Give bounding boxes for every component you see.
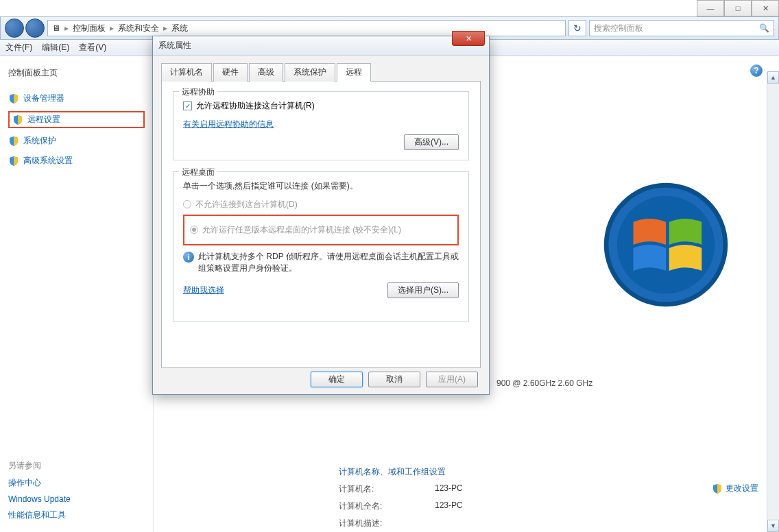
fieldset-legend: 远程桌面 xyxy=(179,167,217,178)
radio-label: 不允许连接到这台计算机(D) xyxy=(195,199,298,210)
tab-computer-name[interactable]: 计算机名 xyxy=(161,63,212,82)
nav-forward-button[interactable] xyxy=(25,19,45,38)
tab-content-remote: 远程协助 ✓ 允许远程协助连接这台计算机(R) 有关启用远程协助的信息 高级(V… xyxy=(161,82,481,368)
info-value: 123-PC xyxy=(435,500,463,512)
section-heading-computer-name: 计算机名称、域和工作组设置 xyxy=(339,466,758,478)
breadcrumb-item[interactable]: 系统和安全 xyxy=(118,23,159,34)
dialog-titlebar[interactable]: 系统属性 ✕ xyxy=(153,36,489,56)
fieldset-remote-assistance: 远程协助 ✓ 允许远程协助连接这台计算机(R) 有关启用远程协助的信息 高级(V… xyxy=(173,91,469,160)
sidebar-title: 控制面板主页 xyxy=(8,67,145,79)
ok-button[interactable]: 确定 xyxy=(311,372,363,387)
sidebar-item-remote-settings[interactable]: 远程设置 xyxy=(8,111,145,128)
link-remote-assist-info[interactable]: 有关启用远程协助的信息 xyxy=(183,119,274,129)
info-icon: i xyxy=(183,252,194,263)
change-settings-link[interactable]: 更改设置 xyxy=(712,483,758,494)
checkbox-allow-remote-assist[interactable]: ✓ xyxy=(183,101,192,110)
fieldset-remote-desktop: 远程桌面 单击一个选项,然后指定谁可以连接 (如果需要)。 不允许连接到这台计算… xyxy=(173,171,469,322)
info-value: 123-PC xyxy=(435,483,463,495)
search-icon: 🔍 xyxy=(759,23,769,33)
sidebar-item-label: 远程设置 xyxy=(27,114,60,125)
tab-system-protection[interactable]: 系统保护 xyxy=(285,63,335,82)
tab-remote[interactable]: 远程 xyxy=(337,63,371,82)
scroll-up-button[interactable]: ▲ xyxy=(767,71,779,84)
close-window-button[interactable]: ✕ xyxy=(752,0,779,16)
button-advanced[interactable]: 高级(V)... xyxy=(404,134,459,150)
sidebar-item-system-protection[interactable]: 系统保护 xyxy=(8,134,145,148)
tab-advanced[interactable]: 高级 xyxy=(249,63,283,82)
system-properties-dialog: 系统属性 ✕ 计算机名 硬件 高级 系统保护 远程 远程协助 ✓ 允许远程协助连… xyxy=(152,36,490,395)
radio-option-disallow[interactable]: 不允许连接到这台计算机(D) xyxy=(183,199,459,210)
button-select-users[interactable]: 选择用户(S)... xyxy=(387,282,459,298)
sidebar-item-label: 系统保护 xyxy=(23,135,56,147)
radio-icon xyxy=(183,200,191,208)
highlighted-option: 允许运行任意版本远程桌面的计算机连接 (较不安全)(L) xyxy=(183,215,459,245)
sidebar-link-action-center[interactable]: 操作中心 xyxy=(8,477,145,489)
info-label: 计算机名: xyxy=(339,483,435,495)
sidebar-link-performance[interactable]: 性能信息和工具 xyxy=(8,509,145,521)
dialog-title: 系统属性 xyxy=(158,40,191,51)
sidebar-link-windows-update[interactable]: Windows Update xyxy=(8,494,145,504)
address-bar[interactable]: 🖥 ▸ 控制面板 ▸ 系统和安全 ▸ 系统 xyxy=(47,20,566,36)
minimize-button[interactable]: — xyxy=(697,0,724,16)
fieldset-legend: 远程协助 xyxy=(179,86,217,98)
info-text: 此计算机支持多个 RDP 侦听程序。请使用远程桌面会话主机配置工具或组策略设置用… xyxy=(198,251,459,274)
breadcrumb-item[interactable]: 系统 xyxy=(171,23,188,34)
shield-icon xyxy=(12,114,23,125)
radio-label: 允许运行任意版本远程桌面的计算机连接 (较不安全)(L) xyxy=(202,224,401,236)
sidebar-item-label: 设备管理器 xyxy=(23,93,64,104)
menu-file[interactable]: 文件(F) xyxy=(5,42,32,53)
instruction-text: 单击一个选项,然后指定谁可以连接 (如果需要)。 xyxy=(183,180,459,192)
search-placeholder: 搜索控制面板 xyxy=(594,23,643,34)
nav-back-button[interactable] xyxy=(5,19,24,38)
search-input[interactable]: 搜索控制面板 🔍 xyxy=(589,20,774,36)
vertical-scrollbar[interactable]: ▲ ▼ xyxy=(767,71,779,532)
info-row-computer-name: 计算机名: 123-PC xyxy=(339,483,758,495)
breadcrumb-item[interactable]: 控制面板 xyxy=(73,23,106,34)
sidebar-item-label: 高级系统设置 xyxy=(23,155,73,167)
apply-button[interactable]: 应用(A) xyxy=(426,372,478,387)
sidebar-see-also-heading: 另请参阅 xyxy=(8,460,145,472)
shield-icon xyxy=(8,93,19,104)
link-help-choose[interactable]: 帮助我选择 xyxy=(183,285,224,296)
checkbox-label: 允许远程协助连接这台计算机(R) xyxy=(196,100,315,112)
help-icon[interactable]: ? xyxy=(750,64,763,77)
cpu-info: 900 @ 2.60GHz 2.60 GHz xyxy=(496,378,592,388)
info-row-description: 计算机描述: xyxy=(339,518,758,529)
scroll-down-button[interactable]: ▼ xyxy=(767,520,779,532)
refresh-button[interactable]: ↻ xyxy=(568,20,586,36)
change-settings-label: 更改设置 xyxy=(726,483,758,494)
windows-logo xyxy=(601,180,731,310)
sidebar: 控制面板主页 设备管理器 远程设置 系统保护 高级系统设置 xyxy=(0,56,154,532)
maximize-button[interactable]: □ xyxy=(724,0,752,16)
sidebar-item-device-manager[interactable]: 设备管理器 xyxy=(8,91,145,106)
radio-icon xyxy=(190,226,198,234)
info-label: 计算机全名: xyxy=(339,500,435,512)
shield-icon xyxy=(8,156,19,167)
radio-option-allow-any[interactable]: 允许运行任意版本远程桌面的计算机连接 (较不安全)(L) xyxy=(190,224,452,236)
dialog-close-button[interactable]: ✕ xyxy=(452,31,485,46)
menu-edit[interactable]: 编辑(E) xyxy=(42,42,69,53)
cancel-button[interactable]: 取消 xyxy=(368,372,420,387)
tab-hardware[interactable]: 硬件 xyxy=(213,63,248,82)
sidebar-item-advanced-settings[interactable]: 高级系统设置 xyxy=(8,154,145,168)
info-row-full-name: 计算机全名: 123-PC xyxy=(339,500,758,512)
breadcrumb-icon: 🖥 xyxy=(52,23,60,33)
info-label: 计算机描述: xyxy=(339,518,435,529)
menu-view[interactable]: 查看(V) xyxy=(79,42,106,53)
dialog-tabs: 计算机名 硬件 高级 系统保护 远程 xyxy=(161,62,481,82)
shield-icon xyxy=(8,136,19,147)
shield-icon xyxy=(712,483,723,494)
